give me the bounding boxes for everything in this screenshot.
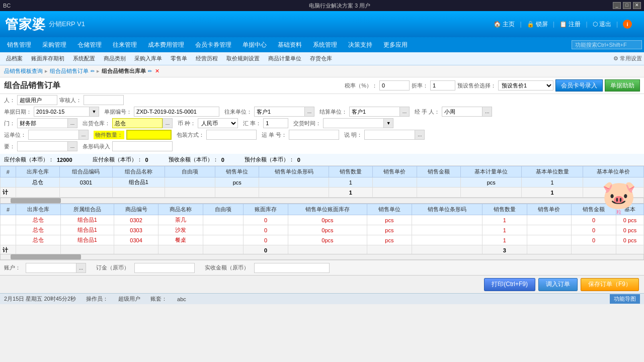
packing-label: 包装方式： [177, 131, 204, 139]
sub-total-amount [572, 245, 616, 254]
status-account-label: 账套： [150, 295, 167, 303]
cell-barcode [259, 177, 329, 188]
date-input[interactable] [34, 107, 89, 117]
nav-more[interactable]: 更多应用 [378, 39, 413, 51]
subnav-price-rules[interactable]: 取价规则设置 [222, 54, 264, 63]
require-input[interactable] [17, 141, 67, 151]
discount-input[interactable] [430, 80, 455, 90]
handler-btn[interactable]: … [482, 107, 492, 117]
home-link[interactable]: 🏠 主页 [494, 20, 515, 29]
subnav-units[interactable]: 商品计量单位 [264, 54, 305, 63]
func-map-button[interactable]: 功能导图 [610, 294, 640, 304]
nav-warehouse[interactable]: 仓储管理 [72, 39, 107, 51]
subnav-config[interactable]: 系统配置 [69, 54, 99, 63]
breadcrumb-close-icon[interactable]: ✕ [155, 68, 159, 74]
nav-search-input[interactable] [572, 40, 642, 49]
save-button[interactable]: 保存订单（F9） [581, 278, 639, 291]
remark-btn[interactable]: … [415, 130, 425, 140]
currency-select[interactable]: 人民币 [198, 118, 238, 128]
time-input[interactable] [323, 118, 383, 128]
breadcrumb-active[interactable]: 组合品销售出库单 [102, 67, 146, 75]
actual-amount-input[interactable] [254, 263, 330, 273]
logout-link[interactable]: ⬡ 退出 [593, 20, 611, 29]
date-combo: ▼ [34, 107, 99, 117]
table-row[interactable]: 总仓 0301 组合品1 pcs 1 pcs 1 [1, 177, 644, 188]
settle-unit-btn[interactable]: … [399, 107, 410, 117]
sub-scroll-thumb[interactable] [11, 254, 81, 259]
order-no-input[interactable] [134, 107, 219, 117]
shipping-unit-input[interactable] [28, 130, 78, 140]
assist-button[interactable]: 单据助助 [605, 79, 640, 92]
nav-system[interactable]: 系统管理 [308, 39, 342, 51]
shipping-no-input[interactable] [289, 130, 339, 140]
sub-cell-stock: 0 [244, 225, 288, 235]
sub-row-3[interactable]: 总仓 组合品1 0304 餐桌 0 0pcs pcs 1 0 0 pcs [1, 235, 644, 245]
time-btn[interactable]: ▼ [383, 118, 393, 128]
register-link[interactable]: 📋 注册 [559, 20, 581, 29]
settle-unit-input[interactable] [349, 107, 399, 117]
parts-count-input[interactable] [126, 130, 172, 140]
subnav-stock-init[interactable]: 账面库存期初 [27, 54, 68, 63]
gear-icon: ⚙ [613, 55, 618, 62]
pre-payable-label: 预付余额（本币）： [245, 156, 294, 163]
nav-member[interactable]: 会员卡券管理 [190, 39, 236, 51]
total-empty4 [165, 188, 215, 198]
maximize-button[interactable]: □ [623, 2, 631, 9]
order-amount-input[interactable] [134, 263, 195, 273]
subnav-purchase-in[interactable]: 采购入库单 [130, 54, 166, 63]
date-dropdown-btn[interactable]: ▼ [89, 107, 99, 117]
col-price: 销售单价 [373, 166, 417, 177]
nav-basic[interactable]: 基础资料 [273, 39, 307, 51]
subnav-history[interactable]: 经营历程 [192, 54, 222, 63]
payable-value: 12000 [57, 157, 72, 163]
main-scroll-thumb[interactable] [11, 198, 61, 203]
packing-input[interactable] [206, 130, 257, 140]
breadcrumb-template[interactable]: 品销售模板查询 [4, 67, 43, 75]
subnav-retail[interactable]: 零售单 [167, 54, 191, 63]
breadcrumb-sales-order[interactable]: 组合品销售订单 [50, 67, 89, 75]
barcode-input[interactable] [112, 141, 173, 151]
subnav-warehouse[interactable]: 存货仓库 [306, 54, 336, 63]
import-button[interactable]: 调入订单 [538, 278, 578, 291]
nav-transactions[interactable]: 往来管理 [108, 39, 142, 51]
account-input[interactable] [26, 263, 76, 273]
audit-input[interactable] [84, 95, 124, 105]
main-table: # 出库仓库 组合品编码 组合品名称 自由项 销售单位 销售单位条形码 销售数量… [0, 166, 644, 198]
nav-purchase[interactable]: 采购管理 [37, 39, 71, 51]
warehouse-btn[interactable]: … [163, 118, 173, 128]
sub-total-unit-stock [288, 245, 367, 254]
exchange-input[interactable] [263, 118, 288, 128]
main-scroll-bar[interactable] [0, 198, 644, 204]
nav-sales[interactable]: 销售管理 [2, 39, 36, 51]
sub-row-2[interactable]: 总仓 组合品1 0303 沙发 0 0pcs pcs 1 0 0 pcs [1, 225, 644, 235]
settings-button[interactable]: ⚙ 常用设置 [613, 55, 642, 62]
warehouse-input[interactable] [112, 118, 163, 128]
close-button[interactable]: ✕ [633, 2, 641, 9]
require-btn[interactable]: … [67, 141, 77, 151]
to-unit-input[interactable] [254, 107, 304, 117]
sub-row-1[interactable]: 总仓 组合品1 0302 茶几 0 0pcs pcs 1 0 0 pcs [1, 215, 644, 225]
tax-rate-input[interactable] [379, 80, 410, 90]
handler-input[interactable] [442, 107, 482, 117]
subnav-products[interactable]: 品档案 [2, 54, 27, 63]
shipping-unit-btn[interactable]: … [78, 130, 89, 140]
print-button[interactable]: 打印(Ctrl+F9) [484, 278, 535, 291]
subnav-category[interactable]: 商品类别 [100, 54, 130, 63]
info-link[interactable]: i [623, 20, 632, 29]
nav-voucher[interactable]: 单据中心 [237, 39, 272, 51]
lock-link[interactable]: 🔒 锁屏 [527, 20, 548, 29]
dept-btn[interactable]: … [67, 118, 77, 128]
member-card-button[interactable]: 会员卡号录入 [555, 79, 603, 92]
dept-input[interactable] [17, 118, 67, 128]
nav-decision[interactable]: 决策支持 [343, 39, 377, 51]
minimize-button[interactable]: _ [613, 2, 621, 9]
total-base-unit [461, 188, 522, 198]
sub-scroll-bar[interactable] [0, 254, 644, 260]
to-unit-btn[interactable]: … [304, 107, 314, 117]
form-row-5: 要： … 条形码录入 [4, 141, 640, 151]
user-input[interactable] [17, 95, 57, 105]
nav-cost[interactable]: 成本费用管理 [143, 39, 189, 51]
remark-input[interactable] [364, 130, 415, 140]
account-btn[interactable]: … [76, 263, 86, 273]
price-select[interactable]: 预设售价1 [498, 80, 553, 90]
